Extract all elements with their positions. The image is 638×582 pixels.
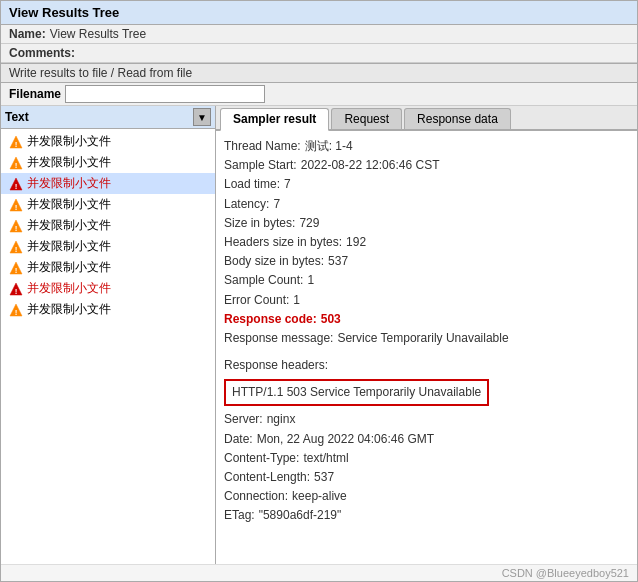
warning-icon: ! bbox=[9, 135, 23, 149]
response-message-row: Response message: Service Temporarily Un… bbox=[224, 329, 629, 348]
connection-key: Connection: bbox=[224, 487, 288, 506]
list-item-label: 并发限制小文件 bbox=[27, 301, 111, 318]
write-results-label: Write results to file / Read from file bbox=[9, 66, 192, 80]
warning-icon: ! bbox=[9, 198, 23, 212]
list-item[interactable]: ! 并发限制小文件 bbox=[1, 173, 215, 194]
warning-icon: ! bbox=[9, 240, 23, 254]
sample-count-row: Sample Count: 1 bbox=[224, 271, 629, 290]
warning-icon: ! bbox=[9, 219, 23, 233]
title-bar: View Results Tree bbox=[1, 1, 637, 25]
list-item-label: 并发限制小文件 bbox=[27, 280, 111, 297]
svg-text:!: ! bbox=[15, 245, 18, 254]
warning-icon: ! bbox=[9, 303, 23, 317]
load-time-key: Load time: bbox=[224, 175, 280, 194]
response-message-value: Service Temporarily Unavailable bbox=[337, 329, 508, 348]
svg-text:!: ! bbox=[15, 287, 18, 296]
list-item[interactable]: ! 并发限制小文件 bbox=[1, 194, 215, 215]
comments-row: Comments: bbox=[1, 44, 637, 63]
highlighted-header-text: HTTP/1.1 503 Service Temporarily Unavail… bbox=[224, 379, 489, 406]
warning-icon: ! bbox=[9, 282, 23, 296]
size-bytes-value: 729 bbox=[299, 214, 319, 233]
latency-key: Latency: bbox=[224, 195, 269, 214]
left-list: ! 并发限制小文件 ! 并发限制小文件 ! 并发限制小文件 ! 并发限制小文件 … bbox=[1, 129, 215, 564]
sample-start-row: Sample Start: 2022-08-22 12:06:46 CST bbox=[224, 156, 629, 175]
list-item-label: 并发限制小文件 bbox=[27, 217, 111, 234]
date-key: Date: bbox=[224, 430, 253, 449]
sample-count-value: 1 bbox=[307, 271, 314, 290]
list-item[interactable]: ! 并发限制小文件 bbox=[1, 152, 215, 173]
comments-label: Comments: bbox=[9, 46, 75, 60]
tab-response[interactable]: Response data bbox=[404, 108, 511, 129]
content-type-key: Content-Type: bbox=[224, 449, 299, 468]
server-row: Server: nginx bbox=[224, 410, 629, 429]
date-row: Date: Mon, 22 Aug 2022 04:06:46 GMT bbox=[224, 430, 629, 449]
body-size-row: Body size in bytes: 537 bbox=[224, 252, 629, 271]
size-bytes-key: Size in bytes: bbox=[224, 214, 295, 233]
left-panel: Text ▼ ! 并发限制小文件 ! 并发限制小文件 ! 并发限制小文件 ! 并… bbox=[1, 106, 216, 564]
body-size-key: Body size in bytes: bbox=[224, 252, 324, 271]
list-item-label: 并发限制小文件 bbox=[27, 259, 111, 276]
left-panel-title: Text bbox=[5, 110, 193, 124]
sample-start-value: 2022-08-22 12:06:46 CST bbox=[301, 156, 440, 175]
tab-sampler[interactable]: Sampler result bbox=[220, 108, 329, 131]
list-item-label: 并发限制小文件 bbox=[27, 238, 111, 255]
tab-request[interactable]: Request bbox=[331, 108, 402, 129]
list-item-label: 并发限制小文件 bbox=[27, 133, 111, 150]
error-count-row: Error Count: 1 bbox=[224, 291, 629, 310]
list-item[interactable]: ! 并发限制小文件 bbox=[1, 278, 215, 299]
list-item[interactable]: ! 并发限制小文件 bbox=[1, 215, 215, 236]
warning-icon: ! bbox=[9, 156, 23, 170]
filename-label: Filename bbox=[9, 87, 61, 101]
name-label: Name: bbox=[9, 27, 46, 41]
tabs-bar: Sampler resultRequestResponse data bbox=[216, 106, 637, 131]
server-key: Server: bbox=[224, 410, 263, 429]
connection-row: Connection: keep-alive bbox=[224, 487, 629, 506]
list-item-label: 并发限制小文件 bbox=[27, 196, 111, 213]
headers-size-row: Headers size in bytes: 192 bbox=[224, 233, 629, 252]
thread-name-key: Thread Name: bbox=[224, 137, 301, 156]
left-panel-dropdown[interactable]: ▼ bbox=[193, 108, 211, 126]
thread-name-row: Thread Name: 测试: 1-4 bbox=[224, 137, 629, 156]
response-message-key: Response message: bbox=[224, 329, 333, 348]
highlighted-header-box: HTTP/1.1 503 Service Temporarily Unavail… bbox=[224, 377, 629, 408]
body-size-value: 537 bbox=[328, 252, 348, 271]
main-area: Text ▼ ! 并发限制小文件 ! 并发限制小文件 ! 并发限制小文件 ! 并… bbox=[1, 106, 637, 564]
connection-value: keep-alive bbox=[292, 487, 347, 506]
svg-text:!: ! bbox=[15, 182, 18, 191]
list-item[interactable]: ! 并发限制小文件 bbox=[1, 299, 215, 320]
list-item[interactable]: ! 并发限制小文件 bbox=[1, 131, 215, 152]
content-length-row: Content-Length: 537 bbox=[224, 468, 629, 487]
filename-row: Filename bbox=[1, 83, 637, 106]
right-panel: Sampler resultRequestResponse data Threa… bbox=[216, 106, 637, 564]
response-headers-label: Response headers: bbox=[224, 356, 328, 375]
list-item-label: 并发限制小文件 bbox=[27, 175, 111, 192]
thread-name-value: 测试: 1-4 bbox=[305, 137, 353, 156]
content-type-row: Content-Type: text/html bbox=[224, 449, 629, 468]
latency-row: Latency: 7 bbox=[224, 195, 629, 214]
response-headers-label-row: Response headers: bbox=[224, 352, 629, 375]
headers-size-value: 192 bbox=[346, 233, 366, 252]
etag-key: ETag: bbox=[224, 506, 255, 525]
list-item-label: 并发限制小文件 bbox=[27, 154, 111, 171]
main-window: View Results Tree Name: View Results Tre… bbox=[0, 0, 638, 582]
window-title: View Results Tree bbox=[9, 5, 119, 20]
svg-text:!: ! bbox=[15, 308, 18, 317]
response-code-key: Response code: bbox=[224, 310, 317, 329]
svg-text:!: ! bbox=[15, 224, 18, 233]
content-type-value: text/html bbox=[303, 449, 348, 468]
svg-text:!: ! bbox=[15, 203, 18, 212]
etag-row: ETag: "5890a6df-219" bbox=[224, 506, 629, 525]
list-item[interactable]: ! 并发限制小文件 bbox=[1, 236, 215, 257]
size-bytes-row: Size in bytes: 729 bbox=[224, 214, 629, 233]
svg-text:!: ! bbox=[15, 140, 18, 149]
date-value: Mon, 22 Aug 2022 04:06:46 GMT bbox=[257, 430, 434, 449]
warning-icon: ! bbox=[9, 177, 23, 191]
svg-text:!: ! bbox=[15, 266, 18, 275]
warning-icon: ! bbox=[9, 261, 23, 275]
error-count-key: Error Count: bbox=[224, 291, 289, 310]
list-item[interactable]: ! 并发限制小文件 bbox=[1, 257, 215, 278]
etag-value: "5890a6df-219" bbox=[259, 506, 342, 525]
filename-input[interactable] bbox=[65, 85, 265, 103]
response-code-row: Response code: 503 bbox=[224, 310, 629, 329]
name-row: Name: View Results Tree bbox=[1, 25, 637, 44]
